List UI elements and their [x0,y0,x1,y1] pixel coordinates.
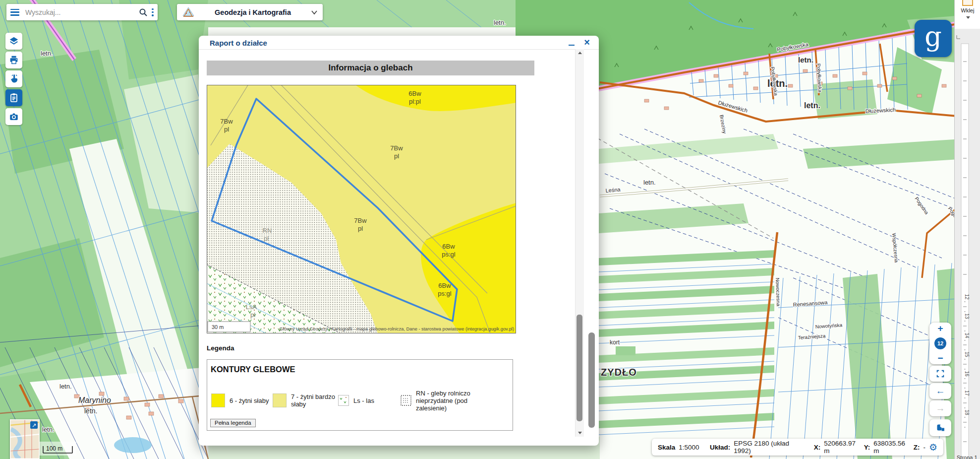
scroll-up-button[interactable] [576,49,584,57]
menu-icon[interactable] [10,9,19,16]
word-vertical-ruler: 12 13 14 15 16 17 18 [955,0,980,459]
history-back-button[interactable]: ← [929,383,951,399]
legend-item-label: Ls - las [353,397,374,404]
history-forward-button[interactable]: → [929,400,951,416]
map-profile-select[interactable]: Geodezja i Kartografia [177,4,323,20]
minimize-button[interactable] [566,37,577,48]
soil-label: pl [358,225,363,232]
more-options-icon[interactable] [152,8,154,16]
touch-icon [8,73,19,84]
legend-swatch-rn [401,395,411,406]
report-clipboard-icon [8,92,19,103]
sidebar-layers-button[interactable] [5,33,22,50]
label-letn: letn. [494,19,506,26]
zoom-level-badge: 12 [934,337,946,349]
zoom-in-button[interactable]: + [937,324,943,333]
z-label: Z: [914,444,920,451]
legend-item: 7 - żytni bardzo słaby [273,389,337,412]
street-nowoczesna: Nowoczesna [775,278,781,307]
soil-map: 7Bw pl 6Bw pl:pl 7Bw pl 7Bw pl RN pl LsA… [207,85,516,333]
scale-value: 1:5000 [679,444,699,451]
scroll-down-button[interactable] [576,429,584,437]
ruler-number: 14 [964,332,970,338]
map-scale-bar: 100 m [40,442,76,456]
scale-text: 100 m [46,445,62,452]
soil-label: ps:gl [442,251,456,258]
legend-item: Ls - las [338,389,374,412]
fullscreen-button[interactable] [929,366,951,382]
search-icon[interactable] [139,8,148,17]
soil-label: 6Bw [408,90,421,97]
legend-item-label: 7 - żytni bardzo słaby [291,393,337,408]
soil-label: pl [224,126,229,133]
dialog-title: Raport o działce [210,39,267,47]
label-letn: letn. [59,383,72,390]
label-zydlo: ZYDŁO [601,367,637,378]
word-page-status: Strona 1 [957,455,978,459]
layers-icon [8,36,19,47]
geoportal-logo[interactable]: g [915,20,952,57]
sidebar-screenshot-button[interactable] [5,108,22,125]
full-legend-button[interactable]: Pełna legenda [210,419,256,427]
soil-label: 6Bw [438,282,451,289]
crs-label: Układ: [710,444,730,451]
crs-value: EPSG 2180 (układ 1992) [734,440,803,455]
compare-maps-button[interactable] [929,419,951,436]
dialog-scrollbar-thumb[interactable] [588,332,595,428]
label-letn: letn. [42,426,55,433]
forward-arrow-icon: → [936,403,945,414]
search-input[interactable] [24,8,139,17]
soil-label: pl [264,235,269,242]
close-button[interactable]: × [580,36,593,49]
report-scrollbar[interactable] [575,49,584,437]
pond [114,437,152,453]
legend-item: 6 - żytni słaby [211,389,269,412]
soil-label: 7Bw [220,118,233,125]
soil-label: pl:pl [409,98,421,105]
ruler-number: 18 [964,409,970,415]
soil-map-scale-text: 30 m [212,324,224,330]
fullscreen-icon [936,369,945,378]
print-icon [8,55,19,66]
ruler-number: 12 [964,294,970,300]
close-icon: × [584,37,590,48]
sidebar-print-button[interactable] [5,52,22,68]
camera-icon [8,111,19,122]
word-window-sliver: Wklej [954,0,980,459]
sidebar-report-button[interactable] [5,89,22,106]
x-label: X: [814,444,821,451]
back-arrow-icon: ← [936,386,945,396]
label-letn: letn. [804,101,820,110]
label-letn: letn. [41,50,53,57]
profile-label: Geodezja i Kartografia [195,8,311,16]
legend-group-title: KONTURY GLEBOWE [211,365,295,374]
x-value: 520663.97 m [824,440,860,455]
section-header: Informacja o glebach [207,61,534,75]
zoom-out-button[interactable]: − [937,354,943,363]
dialog-separator [199,49,599,50]
status-bar: Skala 1:5000 Układ: EPSG 2180 (układ 199… [652,439,943,456]
soil-label: ps:gl [438,290,452,297]
label-marynino: Marynino [78,396,111,404]
soil-label: 6Bw [442,243,455,250]
report-scrollbar-thumb[interactable] [576,315,582,421]
legend-heading: Legenda [207,344,234,352]
search-bar [6,4,158,20]
geoportal-logo-glyph: g [924,23,942,50]
legend-item: RN - gleby rolniczo nieprzydatne (pod za… [401,389,481,412]
ruler-strip [961,44,969,459]
profile-logo-icon [182,6,195,19]
z-value: - [923,444,925,451]
legend-item-label: 6 - żytni słaby [230,397,269,404]
overview-minimap[interactable]: ↗ [10,419,40,459]
y-label: Y: [864,444,870,451]
scale-label: Skala [658,444,675,451]
sidebar-touch-tools-button[interactable] [5,70,22,87]
soil-label: LsA [246,303,257,311]
y-value: 638035.56 m [873,440,910,455]
soil-map-attribution: Główny Urząd Geodezji i Kartografii - ma… [279,327,514,331]
expand-icon: ↗ [32,422,36,428]
minimize-icon [569,45,575,46]
settings-gear-icon[interactable]: ⚙ [929,443,937,452]
soil-label: RN [263,227,272,234]
